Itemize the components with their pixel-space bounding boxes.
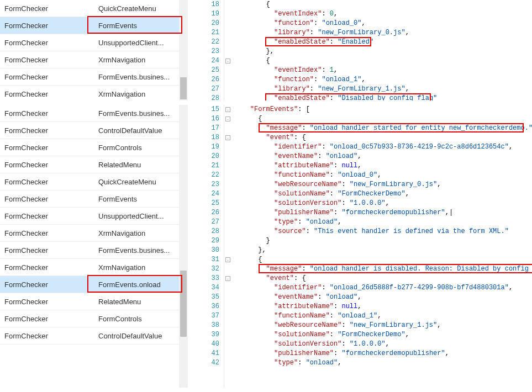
- list-item[interactable]: FormCheckerXrmNavigation: [0, 51, 179, 68]
- code-line[interactable]: "FormEvents": [: [234, 105, 532, 114]
- code-line[interactable]: "enabledState": "Disabled by config flag…: [234, 94, 532, 100]
- list-col-source: FormChecker: [0, 332, 83, 340]
- line-number: 21: [188, 161, 219, 171]
- list-item[interactable]: FormCheckerUnsupportedClient...: [0, 34, 179, 51]
- line-number: 19: [188, 142, 219, 152]
- code-line[interactable]: "source": "This event handler is defined…: [234, 227, 532, 236]
- list-item[interactable]: FormCheckerFormEvents.busines...: [0, 68, 179, 86]
- list-col-event: RelatedMenu: [83, 298, 179, 306]
- code-line[interactable]: }: [234, 236, 532, 246]
- list-item[interactable]: FormCheckerXrmNavigation: [0, 86, 179, 100]
- code-line[interactable]: "library": "new_FormLibrary_0.js",: [234, 28, 532, 38]
- code-line[interactable]: "solutionName": "FormCheckerDemo",: [234, 330, 532, 340]
- code-line[interactable]: "message": "onload handler is disabled. …: [234, 264, 532, 274]
- list-item[interactable]: FormCheckerControlDefaultValue: [0, 122, 179, 139]
- fold-marker-icon[interactable]: -: [225, 135, 230, 140]
- fold-marker-icon[interactable]: -: [225, 257, 230, 262]
- top-list-pane: FormCheckerQuickCreateMenuFormCheckerFor…: [0, 0, 188, 100]
- bottom-scrollbar[interactable]: [179, 105, 188, 388]
- fold-marker-icon[interactable]: -: [225, 276, 230, 281]
- list-col-source: FormChecker: [0, 56, 83, 64]
- code-line[interactable]: "eventName": "onload",: [234, 293, 532, 302]
- line-number: 20: [188, 152, 219, 161]
- list-col-event: UnsupportedClient...: [83, 39, 179, 47]
- list-item[interactable]: FormCheckerFormEvents: [0, 17, 179, 34]
- list-col-event: XrmNavigation: [83, 263, 179, 272]
- fold-marker-icon[interactable]: -: [225, 59, 230, 63]
- code-line[interactable]: "type": "onload",: [234, 218, 532, 227]
- line-number: 34: [188, 283, 219, 293]
- code-line[interactable]: "eventName": "onload",: [234, 152, 532, 161]
- code-line[interactable]: "identifier": "onload_0c57b933-8736-4219…: [234, 142, 532, 152]
- code-line[interactable]: "type": "onload",: [234, 358, 532, 368]
- list-item[interactable]: FormCheckerQuickCreateMenu: [0, 173, 179, 190]
- list-item[interactable]: FormCheckerQuickCreateMenu: [0, 0, 179, 17]
- code-line[interactable]: "solutionVersion": "1.0.0.0",: [234, 199, 532, 208]
- code-line[interactable]: "solutionName": "FormCheckerDemo",: [234, 189, 532, 199]
- list-item[interactable]: FormCheckerXrmNavigation: [0, 225, 179, 242]
- code-line[interactable]: "attributeName": null,: [234, 302, 532, 311]
- code-line[interactable]: "solutionVersion": "1.0.0.0",: [234, 340, 532, 349]
- code-line[interactable]: "event": {: [234, 133, 532, 142]
- line-number: 26: [188, 75, 219, 84]
- code-line[interactable]: "publisherName": "formcheckerdemopublish…: [234, 208, 532, 218]
- list-col-source: FormChecker: [0, 90, 83, 98]
- list-item[interactable]: FormCheckerRelatedMenu: [0, 293, 179, 310]
- line-number: 27: [188, 218, 219, 227]
- list-item[interactable]: FormCheckerUnsupportedClient...: [0, 208, 179, 225]
- list-item[interactable]: FormCheckerControlDefaultValue: [0, 327, 179, 345]
- code-line[interactable]: "webResourceName": "new_FormLibrary_1.js…: [234, 321, 532, 330]
- list-item[interactable]: FormCheckerFormEvents: [0, 190, 179, 208]
- list-col-source: FormChecker: [0, 39, 83, 47]
- code-line[interactable]: {: [234, 0, 532, 9]
- code-line[interactable]: "function": "onload_0",: [234, 19, 532, 28]
- code-line[interactable]: "publisherName": "formcheckerdemopublish…: [234, 349, 532, 358]
- scrollbar-thumb[interactable]: [180, 271, 187, 337]
- code-lines[interactable]: { "eventIndex": 0, "function": "onload_0…: [232, 0, 532, 100]
- top-code-pane[interactable]: 181920212223242526272829 - { "eventIndex…: [188, 0, 532, 100]
- code-line[interactable]: "eventIndex": 1,: [234, 66, 532, 75]
- code-line[interactable]: "functionName": "onload_0",: [234, 171, 532, 180]
- code-line[interactable]: "webResourceName": "new_FormLibrary_0.js…: [234, 180, 532, 189]
- code-line[interactable]: {: [234, 56, 532, 66]
- code-line[interactable]: "attributeName": null,: [234, 161, 532, 171]
- list-item[interactable]: FormCheckerFormControls: [0, 310, 179, 327]
- list-col-event: ControlDefaultValue: [83, 332, 179, 340]
- list-col-event: FormEvents: [83, 22, 179, 30]
- top-scrollbar[interactable]: [179, 0, 188, 100]
- list-item[interactable]: FormCheckerRelatedMenu: [0, 156, 179, 173]
- fold-marker-icon[interactable]: -: [225, 107, 230, 112]
- list-col-event: FormControls: [83, 144, 179, 152]
- list-item[interactable]: FormCheckerFormControls: [0, 139, 179, 156]
- code-line[interactable]: "event": {: [234, 274, 532, 283]
- list-col-source: FormChecker: [0, 161, 83, 169]
- code-line[interactable]: },: [234, 246, 532, 255]
- fold-marker-icon[interactable]: -: [225, 116, 230, 121]
- code-line[interactable]: "message": "onload handler started for e…: [234, 124, 532, 133]
- list-item[interactable]: FormCheckerFormEvents.onload: [0, 276, 179, 293]
- list-col-source: FormChecker: [0, 144, 83, 152]
- code-line[interactable]: "functionName": "onload_1",: [234, 311, 532, 321]
- code-lines[interactable]: "FormEvents": [ { "message": "onload han…: [232, 105, 532, 388]
- scrollbar-thumb[interactable]: [180, 77, 187, 99]
- list-item[interactable]: FormCheckerFormEvents.busines...: [0, 105, 179, 122]
- list-item[interactable]: FormCheckerFormEvents.busines...: [0, 242, 179, 259]
- list-col-event: FormControls: [83, 315, 179, 323]
- line-number: 42: [188, 358, 219, 368]
- code-line[interactable]: "library": "new_FormLibrary_1.js",: [234, 84, 532, 94]
- code-line[interactable]: "identifier": "onload_26d5888f-b277-4299…: [234, 283, 532, 293]
- list-item[interactable]: FormCheckerXrmNavigation: [0, 259, 179, 276]
- list-col-event: RelatedMenu: [83, 161, 179, 169]
- code-line[interactable]: {: [234, 114, 532, 124]
- code-line[interactable]: "enabledState": "Enabled": [234, 38, 532, 47]
- list-col-event: FormEvents: [83, 195, 179, 203]
- line-number: 24: [188, 56, 219, 66]
- code-line[interactable]: "eventIndex": 0,: [234, 9, 532, 19]
- code-line[interactable]: {: [234, 255, 532, 264]
- list-col-source: FormChecker: [0, 195, 83, 203]
- list-col-source: FormChecker: [0, 212, 83, 220]
- bottom-code-pane[interactable]: 1516171819202122232425262728293031323334…: [188, 105, 532, 388]
- code-line[interactable]: },: [234, 47, 532, 56]
- code-line[interactable]: "function": "onload_1",: [234, 75, 532, 84]
- list-col-source: FormChecker: [0, 178, 83, 186]
